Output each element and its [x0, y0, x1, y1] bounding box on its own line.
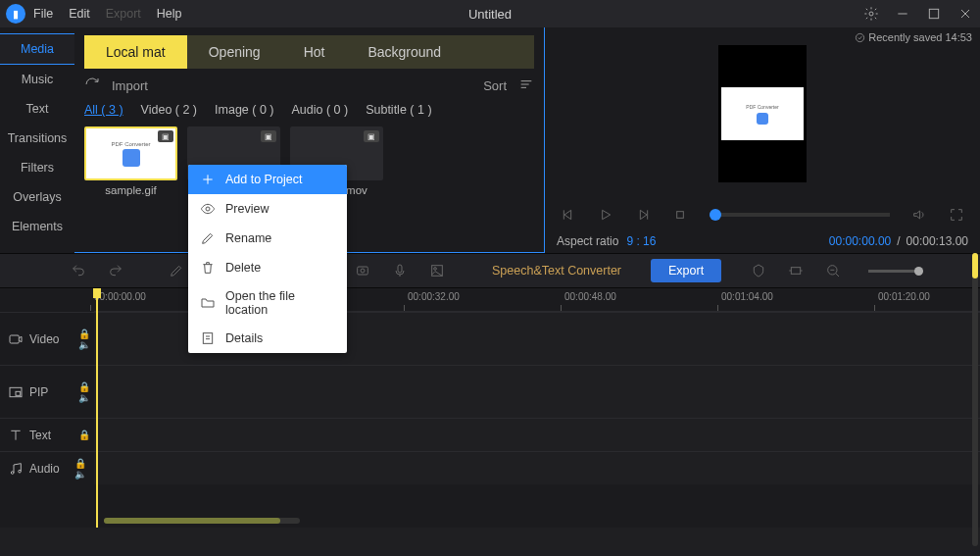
track-pip[interactable] — [94, 365, 980, 418]
filter-audio[interactable]: Audio ( 0 ) — [291, 103, 348, 117]
camera-icon: ▣ — [158, 130, 173, 142]
zoom-slider[interactable] — [868, 270, 923, 273]
media-item-1[interactable]: PDF Converter▣ sample.gif — [84, 126, 177, 196]
toolbar: Speech&Text Converter Export — [0, 253, 980, 288]
speech-text-button[interactable]: Speech&Text Converter — [492, 264, 621, 278]
folder-icon — [200, 295, 216, 311]
tab-local[interactable]: Local mat — [84, 35, 187, 69]
play-icon[interactable] — [594, 203, 617, 227]
menu-help[interactable]: Help — [157, 7, 182, 21]
svg-point-26 — [434, 268, 437, 271]
track-text[interactable] — [94, 418, 980, 451]
zoom-out-icon[interactable] — [821, 259, 845, 282]
menu-file[interactable]: File — [33, 7, 53, 21]
tab-hot[interactable]: Hot — [282, 35, 347, 69]
stop-icon[interactable] — [668, 203, 692, 227]
svg-point-8 — [857, 33, 864, 41]
sidebar: Media Music Text Transitions Filters Ove… — [0, 27, 74, 253]
record-icon[interactable] — [351, 259, 374, 282]
eye-icon — [200, 201, 216, 217]
import-button[interactable]: Import — [112, 78, 148, 93]
redo-icon[interactable] — [104, 259, 127, 282]
sidebar-item-filters[interactable]: Filters — [0, 153, 74, 182]
settings-icon[interactable] — [862, 5, 880, 23]
trash-icon — [200, 260, 216, 276]
sidebar-item-text[interactable]: Text — [0, 94, 74, 124]
context-rename[interactable]: Rename — [188, 224, 347, 253]
sidebar-item-media[interactable]: Media — [0, 33, 74, 65]
picture-icon[interactable] — [425, 259, 449, 282]
fit-icon[interactable] — [784, 259, 808, 282]
close-icon[interactable] — [956, 5, 974, 23]
aspect-value[interactable]: 9 : 16 — [626, 234, 656, 248]
tab-background[interactable]: Background — [346, 35, 463, 69]
ruler-tick: 00:01:04.00 — [721, 291, 773, 302]
prev-frame-icon[interactable] — [557, 203, 580, 227]
context-delete[interactable]: Delete — [188, 253, 347, 282]
vertical-scrollbar[interactable] — [972, 253, 978, 546]
media-item-1-label: sample.gif — [105, 184, 156, 196]
track-lock-video[interactable]: 🔒🔈 — [74, 312, 94, 365]
time-sep: / — [897, 234, 900, 248]
context-preview[interactable]: Preview — [188, 194, 347, 224]
sidebar-item-overlays[interactable]: Overlays — [0, 182, 74, 212]
sidebar-item-transitions[interactable]: Transitions — [0, 124, 74, 153]
context-details[interactable]: Details — [188, 324, 347, 353]
saved-status: Recently saved 14:53 — [855, 31, 972, 43]
app-logo: ▮ — [6, 4, 25, 24]
track-lock-pip[interactable]: 🔒🔈 — [74, 365, 94, 418]
svg-point-35 — [19, 470, 22, 473]
track-lock-audio[interactable]: 🔒 🔈 — [74, 451, 94, 484]
track-audio[interactable] — [94, 451, 980, 484]
svg-point-23 — [361, 269, 365, 273]
svg-line-30 — [836, 274, 839, 277]
undo-icon[interactable] — [67, 259, 90, 282]
svg-rect-39 — [203, 333, 212, 344]
svg-rect-14 — [677, 212, 684, 219]
svg-rect-24 — [398, 265, 402, 273]
fullscreen-icon[interactable] — [945, 203, 968, 227]
preview-frame: PDF Converter — [718, 45, 807, 182]
track-lock-text[interactable]: 🔒 — [74, 418, 94, 451]
ruler-tick: 00:01:20.00 — [878, 291, 930, 302]
track-label-pip: PIP — [0, 365, 74, 418]
filter-image[interactable]: Image ( 0 ) — [215, 103, 273, 117]
volume-icon[interactable] — [907, 203, 931, 227]
preview-slider[interactable] — [710, 213, 890, 217]
refresh-icon[interactable] — [84, 76, 100, 95]
menu-edit[interactable]: Edit — [69, 7, 90, 21]
mic-icon[interactable] — [388, 259, 412, 282]
sidebar-item-music[interactable]: Music — [0, 65, 74, 94]
timeline: Video PIP Text Audio 🔒🔈 🔒🔈 🔒 🔒 🔈 00:00:0… — [0, 288, 980, 528]
sort-icon[interactable] — [518, 76, 534, 95]
context-menu: Add to Project Preview Rename Delete Ope… — [188, 165, 347, 353]
sort-button[interactable]: Sort — [483, 78, 507, 93]
svg-rect-27 — [791, 268, 800, 275]
filter-video[interactable]: Video ( 2 ) — [141, 103, 197, 117]
playhead[interactable] — [96, 288, 98, 528]
next-frame-icon[interactable] — [631, 203, 655, 227]
marker-icon[interactable] — [747, 259, 770, 282]
tab-opening[interactable]: Opening — [187, 35, 282, 69]
horizontal-scrollbar[interactable] — [104, 518, 300, 524]
minimize-icon[interactable] — [894, 5, 911, 23]
duration: 00:00:13.00 — [906, 234, 968, 248]
sidebar-item-elements[interactable]: Elements — [0, 212, 74, 241]
filter-all[interactable]: All ( 3 ) — [84, 103, 123, 117]
context-open-location[interactable]: Open the file location — [188, 282, 347, 324]
current-time: 00:00:00.00 — [829, 234, 891, 248]
svg-point-38 — [206, 207, 210, 211]
context-add-to-project[interactable]: Add to Project — [188, 165, 347, 194]
filter-subtitle[interactable]: Subtitle ( 1 ) — [366, 103, 431, 117]
edit-icon[interactable] — [165, 259, 188, 282]
svg-marker-11 — [603, 210, 611, 219]
svg-rect-31 — [10, 335, 19, 343]
maximize-icon[interactable] — [925, 5, 943, 23]
svg-rect-22 — [358, 267, 368, 275]
export-button[interactable]: Export — [651, 259, 721, 282]
ruler-tick: 00:00:00.00 — [94, 291, 146, 302]
menu-export: Export — [106, 7, 141, 21]
track-label-video: Video — [0, 312, 74, 365]
titlebar: ▮ File Edit Export Help Untitled — [0, 0, 980, 27]
ruler-tick: 00:00:32.00 — [408, 291, 460, 302]
